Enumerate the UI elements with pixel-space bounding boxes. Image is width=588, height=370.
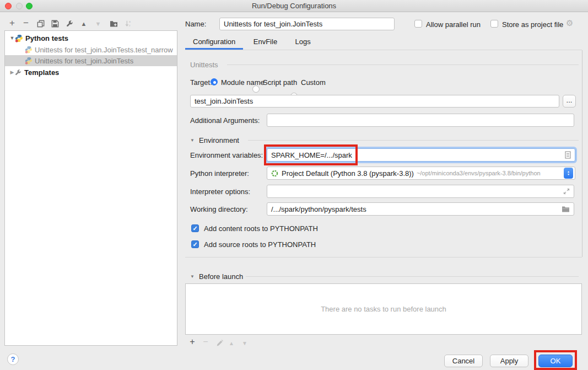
help-label: ? <box>11 355 15 363</box>
svg-text:z: z <box>129 24 131 27</box>
tab-logs[interactable]: Logs <box>288 34 319 50</box>
sort-configurations-icon[interactable]: az <box>123 19 133 29</box>
apply-label: Apply <box>500 357 519 365</box>
remove-configuration-icon[interactable]: − <box>21 18 31 28</box>
tree-item-unittests-narrow[interactable]: Unittests for test_join.JoinTests.test_n… <box>5 44 177 55</box>
help-button[interactable]: ? <box>7 353 19 365</box>
python-tests-icon <box>15 34 23 42</box>
environment-variables-input[interactable]: SPARK_HOME=/.../spark <box>267 148 575 162</box>
folder-icon[interactable] <box>562 206 570 212</box>
chevron-right-icon[interactable]: ▶ <box>9 69 15 75</box>
copy-configuration-icon[interactable] <box>36 19 46 29</box>
python-test-icon <box>25 46 33 53</box>
wrench-icon <box>15 69 22 76</box>
python-interpreter-select[interactable]: Project Default (Python 3.8 (pyspark-3.8… <box>267 167 575 180</box>
target-value: test_join.JoinTests <box>195 97 253 105</box>
panel-right-border <box>582 50 582 257</box>
target-script-path-label[interactable]: Script path <box>263 78 297 87</box>
before-launch-section-line <box>246 276 579 277</box>
python-interpreter-label: Python interpreter: <box>190 169 249 178</box>
working-directory-value: /.../spark/python/pyspark/tests <box>271 205 366 213</box>
task-up-icon[interactable]: ▲ <box>226 338 236 348</box>
tree-item-unittests-jointests[interactable]: Unittests for test_join.JoinTests <box>5 55 177 66</box>
expand-field-icon[interactable] <box>563 188 570 195</box>
add-task-icon[interactable]: + <box>187 337 197 347</box>
store-as-project-file-checkbox[interactable] <box>490 20 498 28</box>
add-source-roots-checkbox[interactable]: ✓ <box>191 240 199 248</box>
add-configuration-icon[interactable]: + <box>7 18 17 28</box>
unittests-group-title: Unittests <box>190 61 218 69</box>
allow-parallel-run-checkbox[interactable] <box>414 20 422 28</box>
gear-icon[interactable]: ⚙ <box>566 18 573 28</box>
configurations-tree: ▼ Python tests Unittests for test_join.J… <box>4 30 177 346</box>
run-debug-configurations-dialog: Run/Debug Configurations + − ▲ ▼ az ▼ Py… <box>0 0 588 370</box>
target-script-path-radio[interactable] <box>252 85 260 93</box>
before-launch-collapse-icon[interactable]: ▼ <box>190 274 195 279</box>
chevron-down-icon[interactable]: ▼ <box>9 35 15 41</box>
allow-parallel-run-label: Allow parallel run <box>426 20 481 29</box>
title-bar: Run/Debug Configurations <box>0 0 588 12</box>
target-label: Target: <box>190 78 212 87</box>
unittests-group-line <box>227 65 579 65</box>
python-interpreter-path: ~/opt/miniconda3/envs/pyspark-3.8/bin/py… <box>417 170 541 176</box>
target-module-name-radio[interactable] <box>211 78 218 85</box>
target-custom-label[interactable]: Custom <box>301 78 326 87</box>
working-directory-label: Working directory: <box>190 205 248 213</box>
svg-text:a: a <box>129 20 131 23</box>
browse-button[interactable]: ... <box>563 95 576 108</box>
store-as-project-file-label: Store as project file <box>502 20 563 29</box>
ok-label: OK <box>551 357 561 365</box>
cancel-button[interactable]: Cancel <box>444 355 483 367</box>
python-test-icon <box>25 57 33 65</box>
window-title: Run/Debug Configurations <box>0 2 588 10</box>
target-value-input[interactable]: test_join.JoinTests <box>190 95 559 108</box>
additional-arguments-input[interactable] <box>267 114 574 127</box>
tab-configuration[interactable]: Configuration <box>185 34 243 50</box>
tree-item-label: Templates <box>24 68 59 77</box>
conda-icon <box>271 170 278 177</box>
add-content-roots-checkbox[interactable]: ✓ <box>191 224 199 232</box>
python-interpreter-value: Project Default (Python 3.8 (pyspark-3.8… <box>282 169 414 178</box>
remove-task-icon[interactable]: − <box>201 337 211 347</box>
save-configuration-icon[interactable] <box>50 19 60 29</box>
combo-stepper-icon[interactable]: ▲▼ <box>564 168 573 179</box>
additional-arguments-label: Additional Arguments: <box>190 116 260 125</box>
move-down-icon[interactable]: ▼ <box>93 19 103 29</box>
tab-divider <box>185 50 582 50</box>
tree-item-templates[interactable]: ▶ Templates <box>5 67 177 78</box>
environment-variables-value: SPARK_HOME=/.../spark <box>271 151 352 159</box>
env-vars-list-icon[interactable] <box>565 151 571 159</box>
add-content-roots-label[interactable]: Add content roots to PYTHONPATH <box>204 224 318 233</box>
name-value: Unittests for test_join.JoinTests <box>224 20 322 28</box>
ok-button[interactable]: OK <box>538 355 573 367</box>
tree-item-label: Unittests for test_join.JoinTests.test_n… <box>35 46 173 54</box>
task-down-icon[interactable]: ▼ <box>240 338 250 348</box>
name-label: Name: <box>185 20 206 28</box>
config-bottom-divider <box>185 257 582 258</box>
environment-section-title: Environment <box>199 136 239 144</box>
tree-item-label: Python tests <box>25 34 68 42</box>
environment-collapse-icon[interactable]: ▼ <box>190 138 195 143</box>
name-input[interactable]: Unittests for test_join.JoinTests <box>219 18 395 30</box>
interpreter-options-input[interactable] <box>267 185 574 198</box>
tree-item-python-tests[interactable]: ▼ Python tests <box>5 33 177 44</box>
tab-envfile[interactable]: EnvFile <box>246 34 285 50</box>
new-folder-icon[interactable] <box>109 19 118 29</box>
move-up-icon[interactable]: ▲ <box>79 19 89 29</box>
interpreter-options-label: Interpreter options: <box>190 187 250 196</box>
working-directory-input[interactable]: /.../spark/python/pyspark/tests <box>267 202 574 216</box>
tree-item-label: Unittests for test_join.JoinTests <box>35 57 133 65</box>
before-launch-tasks-list[interactable]: There are no tasks to run before launch <box>185 283 582 335</box>
environment-variables-label: Environment variables: <box>190 151 263 159</box>
tab-bar: Configuration EnvFile Logs <box>185 34 319 50</box>
apply-button[interactable]: Apply <box>490 355 528 367</box>
before-launch-empty-message: There are no tasks to run before launch <box>321 305 446 313</box>
edit-task-icon[interactable] <box>214 338 224 348</box>
add-source-roots-label[interactable]: Add source roots to PYTHONPATH <box>204 240 316 249</box>
before-launch-section-title: Before launch <box>199 272 243 281</box>
target-module-name-label[interactable]: Module name <box>221 78 265 87</box>
cancel-label: Cancel <box>452 357 474 365</box>
edit-templates-icon[interactable] <box>65 19 75 29</box>
browse-label: ... <box>567 96 573 104</box>
environment-section-line <box>248 140 579 141</box>
